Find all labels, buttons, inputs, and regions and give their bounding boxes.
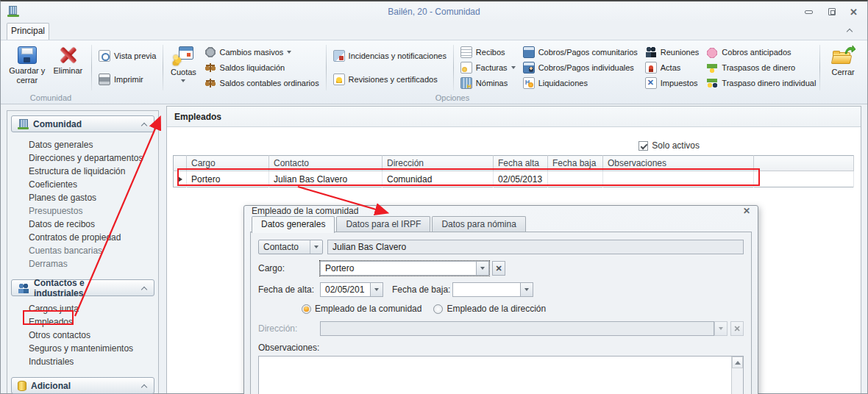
- printer-icon: [99, 74, 110, 85]
- impuestos-button[interactable]: Impuestos: [645, 77, 700, 89]
- sidebar-item-planes-gastos[interactable]: Planes de gastos: [29, 191, 154, 204]
- solo-activos-checkbox[interactable]: Solo activos: [638, 140, 700, 151]
- people-icon: [645, 46, 657, 58]
- vertical-scrollbar[interactable]: [731, 357, 743, 394]
- ribbon-collapse-button[interactable]: [845, 26, 855, 35]
- scales-icon: [204, 77, 216, 89]
- observaciones-textarea[interactable]: [258, 356, 744, 394]
- row-indicator: [174, 171, 187, 187]
- restore-button[interactable]: [827, 7, 837, 16]
- column-header-fecha-baja[interactable]: Fecha baja: [548, 156, 603, 171]
- close-button[interactable]: ✕: [850, 7, 860, 16]
- chevron-up-icon: [140, 383, 148, 389]
- cobros-anticipados-button[interactable]: Cobros anticipados: [706, 46, 816, 58]
- fecha-alta-dropdown-button[interactable]: [370, 282, 383, 297]
- sidebar-item-direcciones[interactable]: Direcciones y departamentos: [29, 151, 154, 165]
- table-row[interactable]: Portero Julian Bas Clavero Comunidad 02/…: [174, 171, 854, 187]
- incidencias-button[interactable]: Incidencias y notificaciones: [333, 50, 447, 62]
- incident-note-icon: [333, 50, 345, 62]
- column-header-cargo[interactable]: Cargo: [187, 156, 269, 171]
- close-icon: ✕: [850, 7, 858, 18]
- recibos-button[interactable]: Recibos: [460, 46, 516, 58]
- open-folder-arrow-icon: [832, 46, 854, 65]
- actas-button[interactable]: Actas: [645, 62, 700, 74]
- sidebar-item-cargos-junta[interactable]: Cargos junta: [29, 302, 154, 315]
- window-title: Bailén, 20 - Comunidad: [1, 7, 867, 17]
- ribbon-tab-row: Principal: [1, 22, 867, 40]
- dialog-content: Contacto Julian Bas Clavero Cargo: Porte…: [250, 232, 752, 394]
- tab-datos-nomina[interactable]: Datos para nómina: [432, 216, 525, 232]
- sidebar-group-comunidad[interactable]: Comunidad: [11, 115, 154, 132]
- cobros-pagos-individuales-button[interactable]: Cobros/Pagos individuales: [523, 62, 638, 74]
- reuniones-button[interactable]: Reuniones: [645, 46, 700, 58]
- sidebar-item-presupuestos[interactable]: Presupuestos: [29, 204, 154, 218]
- cobros-pagos-comunitarios-button[interactable]: Cobros/Pagos comunitarios: [523, 46, 638, 58]
- fecha-baja-dropdown-button[interactable]: [520, 282, 533, 297]
- saldos-contables-button[interactable]: Saldos contables ordinarios: [204, 77, 319, 89]
- sidebar-item-estructura-liquidacion[interactable]: Estructura de liquidación: [29, 165, 154, 178]
- sidebar-item-otros-contactos[interactable]: Otros contactos: [29, 329, 154, 342]
- vista-previa-button[interactable]: Vista previa: [99, 50, 156, 62]
- dialog-close-button[interactable]: ✕: [743, 206, 750, 216]
- dialog-title-bar[interactable]: Empleado de la comunidad ✕: [244, 206, 758, 216]
- column-header-fecha-alta[interactable]: Fecha alta: [494, 156, 548, 171]
- eliminar-button[interactable]: Eliminar: [48, 43, 89, 92]
- direccion-label: Dirección:: [258, 323, 320, 334]
- guardar-y-cerrar-button[interactable]: Guardar y cerrar: [7, 43, 48, 92]
- floppy-disk-icon: [18, 46, 37, 64]
- tab-datos-irpf[interactable]: Datos para el IRPF: [336, 216, 430, 232]
- radio-selected-icon: [302, 304, 311, 314]
- column-header-contacto[interactable]: Contacto: [269, 156, 383, 171]
- cargo-dropdown-button[interactable]: [476, 261, 489, 276]
- liquidaciones-button[interactable]: Liquidaciones: [523, 77, 638, 89]
- database-icon: [18, 381, 26, 391]
- cerrar-button[interactable]: Cerrar: [823, 43, 863, 92]
- tax-form-icon: [645, 77, 657, 89]
- sidebar-item-empleados[interactable]: Empleados: [29, 315, 154, 329]
- sidebar-item-coeficientes[interactable]: Coeficientes: [29, 178, 154, 191]
- traspasos-dinero-button[interactable]: Traspasos de dinero: [706, 62, 816, 74]
- row-indicator-header: [174, 156, 187, 171]
- nominas-button[interactable]: Nóminas: [460, 77, 516, 89]
- column-header-direccion[interactable]: Dirección: [383, 156, 494, 171]
- sidebar-item-contratos-propiedad[interactable]: Contratos de propiedad: [29, 231, 154, 244]
- radio-empleado-comunidad[interactable]: Empleado de la comunidad: [302, 304, 421, 314]
- cambios-masivos-button[interactable]: Cambios masivos: [204, 46, 319, 58]
- sidebar-item-cuentas-bancarias[interactable]: Cuentas bancarias: [29, 244, 154, 257]
- chevron-up-icon: [847, 29, 853, 35]
- sidebar-item-seguros[interactable]: Seguros y mantenimientos: [29, 342, 154, 355]
- contacto-selector-dropdown[interactable]: Contacto: [258, 240, 323, 254]
- fecha-baja-label: Fecha de baja:: [392, 284, 452, 295]
- sidebar-item-industriales[interactable]: Industriales: [29, 355, 154, 368]
- facturas-button[interactable]: Facturas: [460, 62, 516, 74]
- dropdown-caret-icon: [511, 66, 516, 69]
- restore-icon: [828, 8, 836, 15]
- column-header-observaciones[interactable]: Observaciones: [603, 156, 754, 171]
- traspaso-individual-button[interactable]: Traspaso dinero individual: [706, 77, 816, 89]
- ledger-coin-icon: [523, 77, 535, 89]
- imprimir-button[interactable]: Imprimir: [99, 74, 156, 85]
- fecha-alta-datepicker[interactable]: 02/05/201: [320, 282, 383, 297]
- cuotas-button[interactable]: Cuotas: [166, 43, 200, 92]
- sidebar-group-adicional[interactable]: Adicional: [11, 377, 154, 394]
- minimize-button[interactable]: [804, 7, 814, 16]
- sidebar-item-datos-generales[interactable]: Datos generales: [29, 138, 154, 151]
- scroll-up-button[interactable]: [732, 357, 743, 368]
- sidebar-group-contactos[interactable]: Contactos e industriales: [11, 279, 154, 296]
- revisiones-button[interactable]: Revisiones y certificados: [333, 74, 447, 85]
- saldos-liquidacion-button[interactable]: Saldos liquidación: [204, 62, 319, 74]
- fecha-baja-datepicker[interactable]: [452, 282, 533, 297]
- cargo-clear-button[interactable]: ✕: [492, 261, 505, 276]
- sidebar-item-datos-recibos[interactable]: Datos de recibos: [29, 218, 154, 231]
- ribbon: Guardar y cerrar Eliminar Vista previa I…: [1, 40, 867, 104]
- sidebar-item-derramas[interactable]: Derramas: [29, 257, 154, 271]
- people-icon: [18, 283, 29, 293]
- tab-datos-generales[interactable]: Datos generales: [252, 216, 335, 233]
- group-label-opciones: Opciones: [96, 93, 808, 102]
- empleado-dialog: Empleado de la comunidad ✕ Datos general…: [243, 205, 758, 394]
- tab-principal[interactable]: Principal: [7, 23, 49, 40]
- radio-empleado-direccion[interactable]: Empleado de la dirección: [433, 304, 546, 314]
- cargo-combobox[interactable]: Portero: [320, 261, 489, 276]
- fecha-alta-label: Fecha de alta:: [258, 284, 320, 295]
- employees-table: Cargo Contacto Dirección Fecha alta Fech…: [173, 155, 854, 187]
